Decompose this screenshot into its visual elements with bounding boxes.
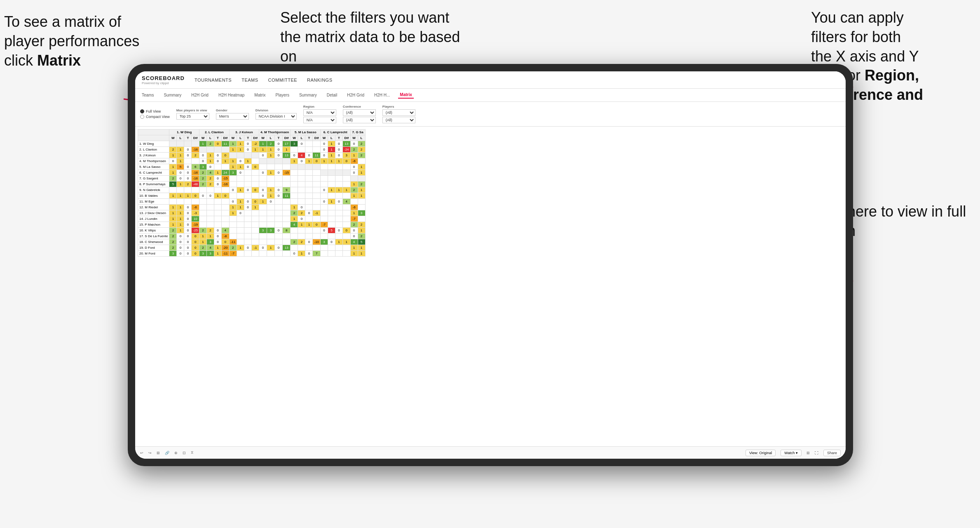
matrix-cell: 3	[206, 239, 214, 245]
matrix-cell: 4	[342, 199, 350, 205]
conference-select1[interactable]: (All)	[343, 109, 376, 116]
watch-button[interactable]: Watch ▾	[781, 450, 802, 456]
matrix-cell: 0	[244, 205, 252, 210]
region-select[interactable]: N/A	[303, 109, 336, 116]
conference-select2[interactable]: (All)	[343, 117, 376, 123]
toolbar-icon1[interactable]: ⊞	[157, 451, 160, 455]
matrix-cell	[229, 182, 237, 187]
matrix-cell: 1	[214, 245, 221, 251]
matrix-cell	[267, 216, 275, 222]
matrix-cell: -11	[229, 239, 237, 245]
col-t1: T	[184, 135, 192, 141]
nav-rankings[interactable]: RANKINGS	[307, 78, 332, 82]
matrix-cell: 0	[298, 141, 305, 147]
matrix-cell: 1	[177, 193, 184, 199]
matrix-cell	[252, 216, 259, 222]
tab-h2h-heatmap[interactable]: H2H Heatmap	[217, 92, 246, 98]
col-l3: L	[237, 135, 244, 141]
matrix-cell: 24	[221, 170, 229, 176]
matrix-cell	[298, 199, 305, 205]
matrix-cell	[244, 233, 252, 239]
matrix-cell: 1	[298, 251, 305, 257]
matrix-cell: 1	[267, 170, 275, 176]
toolbar-icon2[interactable]: 🔗	[165, 451, 169, 455]
matrix-cell	[313, 245, 321, 251]
matrix-cell: 4	[350, 239, 358, 245]
player-name-cell: 11. M Ege	[138, 199, 169, 205]
matrix-cell: 0	[320, 228, 328, 233]
share-button[interactable]: Share	[823, 450, 841, 456]
toolbar-icon4[interactable]: ⊡	[183, 451, 186, 455]
tab-h2h-h[interactable]: H2H H...	[373, 92, 392, 98]
compact-view-radio[interactable]	[140, 115, 144, 119]
matrix-cell	[206, 222, 214, 228]
tab-summary[interactable]: Summary	[162, 92, 183, 98]
filter-max-players: Max players in view Top 25	[176, 108, 209, 120]
matrix-cell: 1	[169, 216, 177, 222]
matrix-cell: 0	[184, 147, 192, 153]
matrix-cell: 10	[192, 216, 199, 222]
matrix-cell: 0	[342, 158, 350, 164]
tab-matrix[interactable]: Matrix	[253, 92, 267, 98]
matrix-cell: 0	[177, 239, 184, 245]
players-select1[interactable]: (All)	[382, 109, 415, 116]
matrix-cell: 0	[177, 176, 184, 182]
matrix-cell	[328, 205, 335, 210]
tab-h2h-grid2[interactable]: H2H Grid	[345, 92, 366, 98]
matrix-cell: -16	[192, 147, 199, 153]
tab-detail[interactable]: Detail	[325, 92, 339, 98]
toolbar-icon5[interactable]: ⧖	[191, 450, 193, 455]
player-name-cell: 1. W Ding	[138, 141, 169, 147]
toolbar-undo[interactable]: ↩	[140, 451, 143, 455]
matrix-cell	[267, 164, 275, 170]
matrix-cell: 4	[221, 228, 229, 233]
matrix-cell: 2	[169, 228, 177, 233]
player-name-cell: 5. M La Sasso	[138, 164, 169, 170]
matrix-table-container[interactable]: 1. W Ding 2. L Clanton 3. J Koivun 4. M …	[135, 127, 846, 446]
tab-players-summary[interactable]: Summary	[298, 92, 319, 98]
matrix-cell	[274, 164, 282, 170]
matrix-cell: 3	[267, 228, 275, 233]
col-header-sasso: 5. M La Sasso	[291, 130, 321, 135]
matrix-cell	[244, 251, 252, 257]
view-original-button[interactable]: View: Original	[746, 450, 776, 456]
matrix-cell: 3	[169, 251, 177, 257]
compact-view-option[interactable]: Compact View	[140, 115, 170, 119]
players-select2[interactable]: (All)	[382, 117, 415, 123]
full-view-option[interactable]: Full View	[140, 109, 170, 113]
region-select2[interactable]: N/A	[303, 117, 336, 123]
nav-teams[interactable]: TEAMS	[241, 78, 258, 82]
matrix-cell	[192, 199, 199, 205]
tab-matrix-active[interactable]: Matrix	[398, 92, 413, 99]
player-name-cell: 15. P Maichon	[138, 222, 169, 228]
matrix-cell	[274, 222, 282, 228]
full-view-radio[interactable]	[140, 109, 144, 113]
matrix-cell	[342, 170, 350, 176]
tab-teams[interactable]: Teams	[140, 92, 155, 98]
toolbar-redo[interactable]: ↪	[148, 451, 152, 455]
nav-tournaments[interactable]: TOURNAMENTS	[195, 78, 232, 82]
matrix-cell	[274, 176, 282, 182]
tab-players[interactable]: Players	[274, 92, 291, 98]
matrix-cell	[305, 176, 313, 182]
matrix-cell: 1	[335, 239, 342, 245]
gender-select[interactable]: Men's	[216, 113, 249, 120]
matrix-cell	[291, 147, 298, 153]
matrix-cell: 0	[244, 141, 252, 147]
division-select[interactable]: NCAA Division I	[256, 113, 297, 120]
tab-h2h-grid[interactable]: H2H Grid	[190, 92, 210, 98]
matrix-cell	[298, 233, 305, 239]
matrix-cell: -11	[221, 251, 229, 257]
filter-division: Division NCAA Division I	[256, 108, 297, 120]
toolbar-icon7[interactable]: ⛶	[815, 451, 818, 455]
matrix-cell: 0	[335, 199, 342, 205]
nav-committee[interactable]: COMMITTEE	[268, 78, 298, 82]
toolbar-icon3[interactable]: ⊕	[174, 451, 178, 455]
max-players-select[interactable]: Top 25	[176, 113, 209, 120]
matrix-cell: 1	[259, 141, 267, 147]
matrix-cell: 1	[350, 210, 358, 216]
matrix-cell	[214, 147, 221, 153]
matrix-cell: 1	[229, 210, 237, 216]
toolbar-icon6[interactable]: ⊞	[807, 451, 810, 455]
matrix-cell	[305, 216, 313, 222]
